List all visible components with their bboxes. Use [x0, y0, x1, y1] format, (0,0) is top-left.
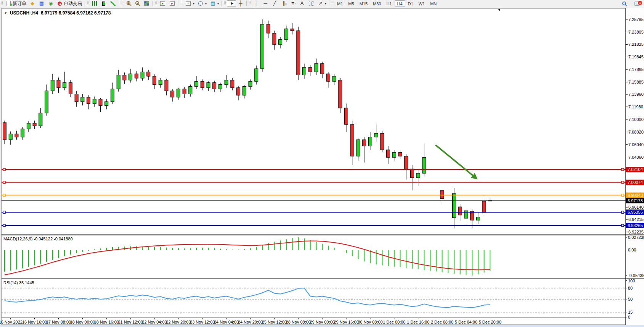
- candle-body: [165, 80, 168, 91]
- candle-body: [255, 69, 258, 81]
- price-tick-label: 7.15885: [628, 80, 644, 84]
- candle-body: [81, 97, 84, 102]
- candle-body: [243, 87, 246, 95]
- candle-body: [363, 140, 366, 146]
- line-handle[interactable]: [622, 211, 624, 213]
- candle-body: [315, 64, 318, 72]
- rsi-axis-label: 15: [628, 310, 633, 314]
- macd-axis-label: 0.00: [628, 248, 636, 252]
- candle-body: [416, 173, 420, 178]
- chart-title: ▼ USDCNH-,H4 6.97179 6.97584 6.97162 6.9…: [4, 10, 111, 16]
- candle-body: [225, 80, 228, 85]
- time-tick-label: 28 Nov 08:00: [286, 320, 311, 324]
- price-line-label-7.02104: 7.02104: [628, 167, 643, 172]
- candle-body: [357, 140, 360, 156]
- line-handle[interactable]: [622, 194, 624, 197]
- candle-body: [458, 207, 462, 215]
- time-tick-label: 1 Dec 16:00: [407, 320, 429, 324]
- price-line-label-6.93265: 6.93265: [628, 223, 643, 228]
- price-tick-label: 7.04060: [628, 155, 644, 159]
- candle-body: [171, 91, 174, 97]
- candle-body: [75, 94, 78, 101]
- price-line-label-6.98043: 6.98043: [628, 193, 643, 198]
- candle-body: [9, 134, 12, 140]
- candle-body: [111, 89, 114, 101]
- rsi-axis-label: 80: [628, 286, 633, 290]
- time-tick-label: 2 Dec 08:00: [431, 320, 453, 324]
- candle-body: [392, 152, 396, 157]
- candle-body: [387, 150, 390, 158]
- price-tick-label: 6.94215: [628, 217, 644, 222]
- chart-svg: 7.257857.238057.218257.198457.178657.158…: [0, 0, 644, 327]
- price-tick-label: 7.08020: [628, 130, 644, 134]
- candle-body: [189, 87, 192, 94]
- time-tick-label: 24 Nov 04:00: [214, 320, 239, 324]
- candle-body: [332, 76, 336, 81]
- line-handle[interactable]: [622, 168, 624, 171]
- chart-collapse-icon[interactable]: ▼: [4, 11, 7, 15]
- candle-body: [177, 89, 180, 97]
- price-tick-label: 7.06040: [628, 142, 644, 147]
- candle-body: [422, 158, 426, 174]
- price-tick-label: 7.17865: [628, 67, 644, 72]
- macd-indicator-label: MACD(12,26,9) -0.045122 -0.041880: [3, 237, 73, 241]
- price-tick-label: 7.11980: [628, 105, 643, 109]
- candle-body: [410, 169, 414, 177]
- price-line-label-7.00074: 7.00074: [628, 180, 643, 185]
- candle-body: [345, 108, 348, 124]
- price-tick-label: 7.21825: [628, 42, 644, 47]
- time-tick-label: 16 Nov 16:00: [22, 320, 47, 324]
- time-tick-label: 18 Nov 16:00: [94, 320, 119, 324]
- line-handle[interactable]: [3, 224, 5, 227]
- candle-body: [231, 80, 234, 88]
- time-tick-label: 29 Nov 00:00: [310, 320, 334, 324]
- line-handle[interactable]: [3, 181, 5, 184]
- line-handle[interactable]: [3, 211, 5, 213]
- candle-body: [218, 85, 222, 89]
- rsi-indicator-label: RSI(14) 35.1445: [3, 280, 34, 285]
- price-tick-label: 6.96140: [628, 205, 644, 209]
- candle-body: [105, 101, 108, 105]
- candle-body: [201, 81, 204, 88]
- candle-body: [405, 156, 408, 169]
- candle-body: [141, 72, 144, 78]
- candle-body: [207, 83, 210, 88]
- price-tick-label: 7.13960: [628, 92, 644, 97]
- candle-body: [93, 99, 96, 104]
- candle-body: [213, 83, 216, 89]
- candle-body: [374, 133, 378, 137]
- candle-body: [350, 124, 354, 156]
- candle-body: [464, 211, 468, 218]
- candle-body: [308, 68, 312, 72]
- candle-body: [3, 122, 6, 140]
- time-tick-label: 25 Nov 12:00: [262, 320, 287, 324]
- candle-body: [321, 64, 324, 74]
- candle-body: [297, 31, 300, 75]
- chart-title-symbol: USDCNH-,H4: [10, 10, 38, 16]
- candle-body: [183, 89, 186, 94]
- candle-body: [63, 83, 66, 88]
- candle-body: [57, 80, 60, 88]
- candle-body: [279, 40, 282, 45]
- time-tick-label: 17 Nov 08:00: [46, 320, 71, 324]
- line-handle[interactable]: [3, 194, 5, 197]
- time-tick-label: 30 Nov 08:00: [358, 320, 382, 324]
- line-handle[interactable]: [622, 224, 624, 227]
- candle-body: [291, 29, 294, 31]
- candle-body: [440, 190, 444, 199]
- candle-body: [339, 80, 342, 108]
- line-handle[interactable]: [622, 181, 624, 184]
- chart-canvas[interactable]: [2, 8, 626, 325]
- candle-body: [368, 137, 372, 146]
- price-tick-label: 7.19845: [628, 55, 644, 59]
- candle-body: [15, 134, 18, 137]
- candle-body: [153, 76, 156, 85]
- candle-body: [87, 97, 90, 104]
- candle-body: [453, 193, 456, 217]
- chart-quick-nav-icon[interactable]: ▼: [498, 8, 501, 11]
- line-handle[interactable]: [3, 168, 5, 171]
- candle-body: [135, 74, 138, 78]
- time-tick-label: 1 Dec 00:00: [383, 320, 405, 324]
- rsi-axis-label: 50: [628, 297, 633, 301]
- time-tick-label: 18 Nov 00:00: [70, 320, 95, 324]
